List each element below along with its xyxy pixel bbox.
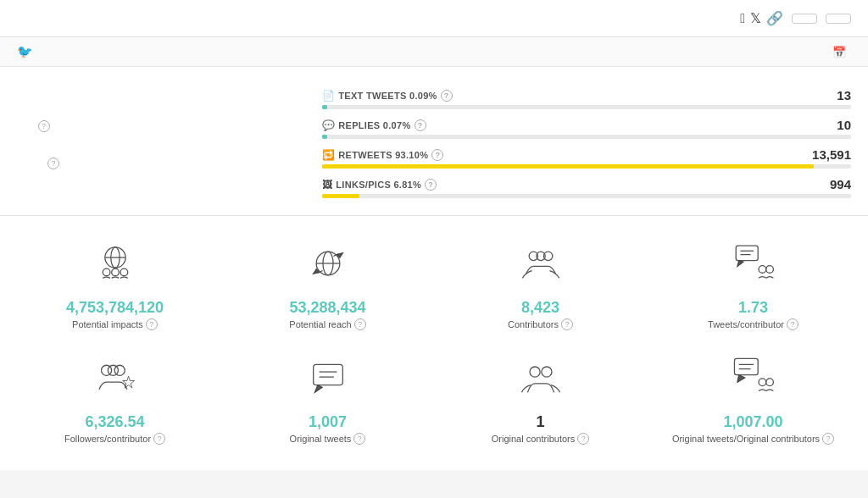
stat-number: 1.73	[738, 299, 768, 317]
stat-info-icon[interactable]: ?	[561, 318, 573, 330]
svg-marker-26	[314, 385, 322, 393]
person-group-icon	[519, 356, 563, 400]
stat-card: 8,423 Contributors ?	[434, 233, 647, 347]
speech-people-2-icon	[732, 356, 776, 400]
svg-rect-29	[734, 358, 758, 374]
svg-marker-32	[737, 375, 744, 383]
date-range: 📅	[832, 46, 851, 58]
stat-info-icon[interactable]: ?	[146, 318, 158, 330]
facebook-icon[interactable]: 	[740, 11, 745, 26]
stat-number: 8,423	[521, 299, 559, 317]
stat-number: 1,007	[309, 413, 347, 431]
header:  𝕏 🔗	[0, 0, 868, 37]
stat-icon-speech-lines	[306, 356, 350, 407]
tweet-type-label: 📄 TEXT TWEETS 0.09% ?	[322, 90, 453, 102]
bottom-grid: 4,753,784,120 Potential impacts ? 53,288…	[0, 216, 868, 470]
svg-point-3	[103, 268, 110, 276]
svg-point-28	[541, 367, 551, 377]
stat-card: 1,007 Original tweets ?	[221, 347, 434, 462]
stat-card: 4,753,784,120 Potential impacts ?	[8, 233, 221, 347]
stat-number: 1,007.00	[723, 413, 782, 431]
calendar-icon: 📅	[832, 46, 846, 58]
stat-number: 4,753,784,120	[66, 299, 164, 317]
espanol-button[interactable]	[792, 14, 817, 24]
tweet-type-row: 🖼 LINKS/PICS 6.81% ? 994	[322, 177, 851, 198]
tweet-type-bar-fill	[322, 105, 327, 109]
svg-point-18	[759, 266, 766, 274]
stat-label: Potential impacts ?	[72, 318, 158, 330]
header-right:  𝕏 🔗	[728, 10, 851, 26]
main-content: ? ? 📄 TEXT TWEETS 0.09% ? 13 💬	[0, 67, 868, 216]
svg-point-22	[108, 365, 118, 375]
svg-point-4	[111, 268, 119, 276]
tweet-type-icon: 🔁	[322, 149, 335, 161]
basic-stats-button[interactable]	[826, 14, 851, 24]
stat-number: 6,326.54	[85, 413, 144, 431]
tweet-type-info-icon[interactable]: ?	[425, 179, 437, 191]
tweet-type-bar-fill	[322, 164, 814, 169]
stat-icon-globe-people	[93, 241, 137, 292]
tweet-type-value: 13,591	[812, 147, 851, 162]
tweet-type-icon: 💬	[322, 119, 335, 131]
stat-info-icon[interactable]: ?	[822, 433, 834, 445]
stat-icon-speech-people-2	[732, 356, 776, 407]
speech-lines-icon	[306, 356, 350, 400]
right-panel: 📄 TEXT TWEETS 0.09% ? 13 💬 REPLIES 0.07%…	[322, 84, 851, 198]
tweet-type-info-icon[interactable]: ?	[415, 119, 426, 131]
stat-icon-globe-arrows	[306, 241, 350, 292]
twitter-bird-icon: 🐦	[17, 44, 33, 59]
tweet-type-info-icon[interactable]: ?	[431, 149, 443, 161]
svg-point-34	[765, 379, 773, 386]
tweet-type-label: 🔁 RETWEETS 93.10% ?	[322, 149, 443, 161]
stat-number: 53,288,434	[289, 299, 365, 317]
stat-icon-speech-people	[732, 241, 776, 292]
tweet-type-row: 💬 REPLIES 0.07% ? 10	[322, 118, 851, 139]
tweet-type-bar-fill	[322, 194, 359, 198]
stat-icon-people-award	[93, 356, 137, 407]
stat-label: Followers/contributor ?	[64, 433, 165, 445]
stat-info-icon[interactable]: ?	[787, 318, 798, 330]
stat-label: Potential reach ?	[289, 318, 365, 330]
tweet-type-info-icon[interactable]: ?	[441, 90, 453, 102]
stat-info-icon[interactable]: ?	[354, 318, 366, 330]
stat-icon-person-group	[519, 356, 563, 407]
stat-card: 1.73 Tweets/contributor ?	[647, 233, 860, 347]
speech-people-icon	[732, 241, 776, 285]
stat-card: 1,007.00 Original tweets/Original contri…	[647, 347, 860, 462]
globe-arrows-icon	[306, 241, 350, 285]
svg-point-33	[759, 379, 766, 386]
tweet-type-icon: 🖼	[322, 179, 332, 191]
people-award-icon	[93, 356, 137, 400]
tweet-type-row: 🔁 RETWEETS 93.10% ? 13,591	[322, 147, 851, 169]
tweet-type-value: 994	[830, 177, 851, 191]
total-tweets-info-icon[interactable]: ?	[38, 120, 50, 132]
stat-card: 6,326.54 Followers/contributor ?	[8, 347, 221, 462]
stat-label: Original tweets ?	[290, 433, 366, 445]
stat-info-icon[interactable]: ?	[153, 433, 165, 445]
economic-info-icon[interactable]: ?	[47, 158, 59, 169]
people-group-icon	[519, 241, 563, 285]
stat-number: 1	[536, 413, 544, 431]
stat-info-icon[interactable]: ?	[353, 433, 365, 445]
share-icons:  𝕏 🔗	[740, 10, 783, 26]
economic-row: ?	[34, 158, 288, 169]
svg-point-19	[765, 266, 773, 274]
tweet-type-row: 📄 TEXT TWEETS 0.09% ? 13	[322, 88, 851, 109]
svg-point-5	[120, 268, 128, 276]
total-tweets-label: ?	[34, 120, 288, 132]
tweet-type-bar-track	[322, 135, 851, 139]
tweet-type-label: 💬 REPLIES 0.07% ?	[322, 119, 426, 131]
share-link-icon[interactable]: 🔗	[766, 10, 783, 26]
tweet-type-value: 13	[837, 88, 851, 102]
stat-label: Tweets/contributor ?	[708, 318, 798, 330]
twitter-icon[interactable]: 𝕏	[750, 10, 761, 26]
tweet-type-bar-track	[322, 164, 851, 169]
stat-card: 1 Original contributors ?	[434, 347, 647, 462]
stat-info-icon[interactable]: ?	[577, 433, 589, 445]
left-panel: ? ?	[17, 84, 305, 198]
stat-icon-people-group	[519, 241, 563, 292]
svg-rect-23	[313, 364, 342, 385]
filter-bar: 🐦 📅	[0, 37, 868, 67]
stat-card: 53,288,434 Potential reach ?	[221, 233, 434, 347]
stat-label: Contributors ?	[508, 318, 573, 330]
